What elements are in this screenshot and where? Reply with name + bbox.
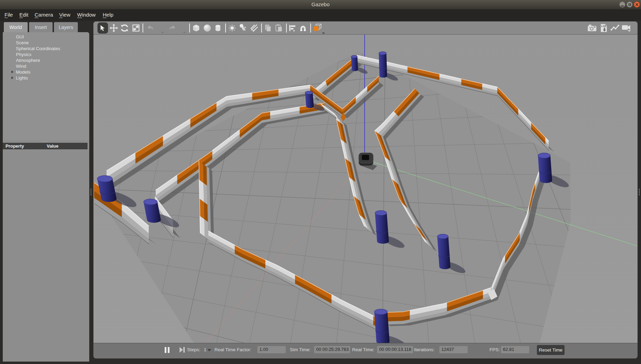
svg-text:LOG: LOG <box>601 25 606 27</box>
